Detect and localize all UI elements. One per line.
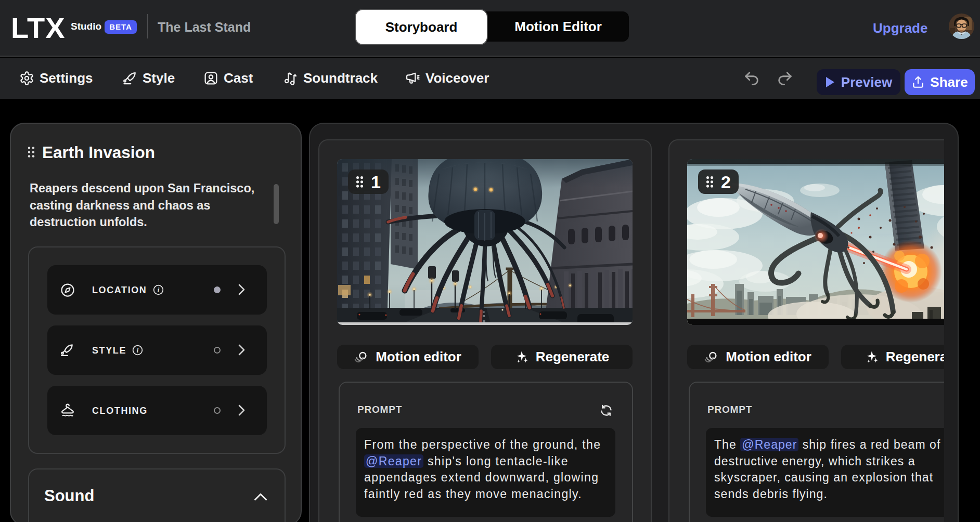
svg-text:i: i [158,286,160,294]
svg-text:i: i [137,347,139,354]
